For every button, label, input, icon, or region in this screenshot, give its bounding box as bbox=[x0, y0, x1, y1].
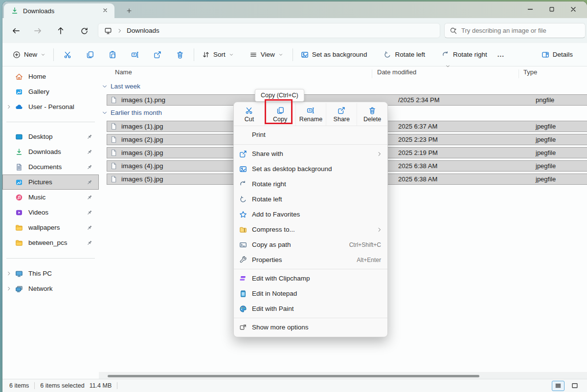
copy-button[interactable] bbox=[82, 47, 98, 63]
sidebar-label: This PC bbox=[28, 270, 52, 277]
context-cut-button[interactable]: Cut bbox=[234, 103, 265, 126]
tab-close-icon[interactable] bbox=[102, 7, 110, 15]
menu-item-properties[interactable]: Properties Alt+Enter bbox=[234, 252, 387, 267]
search-box[interactable] bbox=[444, 23, 586, 38]
sidebar-item-between-pcs[interactable]: between_pcs bbox=[2, 235, 99, 250]
delete-button[interactable] bbox=[172, 47, 188, 63]
group-header-earlier-this-month[interactable]: Earlier this month bbox=[102, 109, 162, 116]
view-button[interactable]: View bbox=[245, 48, 288, 62]
collapse-chevron-icon[interactable] bbox=[102, 84, 108, 89]
menu-item-edit-with-paint[interactable]: Edit with Paint bbox=[234, 301, 387, 316]
new-tab-button[interactable] bbox=[123, 5, 135, 17]
network-icon bbox=[15, 285, 23, 293]
share-button[interactable] bbox=[149, 47, 166, 63]
sort-icon bbox=[202, 51, 210, 59]
rename-button[interactable]: A bbox=[127, 47, 143, 63]
file-icon bbox=[110, 123, 117, 130]
expand-chevron-icon[interactable] bbox=[2, 286, 15, 291]
column-divider[interactable] bbox=[519, 69, 519, 78]
sidebar-item-gallery[interactable]: Gallery bbox=[2, 84, 99, 99]
pin-icon bbox=[86, 149, 93, 155]
paint-icon bbox=[239, 305, 247, 313]
pin-icon bbox=[86, 224, 93, 231]
context-share-button[interactable]: Share bbox=[326, 103, 357, 126]
sidebar-item-music[interactable]: Music bbox=[2, 190, 99, 205]
expand-chevron-icon[interactable] bbox=[2, 271, 15, 276]
menu-item-set-as-desktop-background[interactable]: Set as desktop background bbox=[234, 161, 387, 176]
set-background-icon bbox=[301, 51, 309, 59]
refresh-button[interactable] bbox=[79, 25, 90, 36]
clipchamp-icon bbox=[239, 275, 247, 283]
more-options-button[interactable]: ... bbox=[492, 48, 510, 61]
sidebar-label: Network bbox=[28, 285, 53, 292]
paste-button[interactable] bbox=[104, 47, 121, 63]
menu-item-share-with[interactable]: Share with bbox=[234, 146, 387, 161]
breadcrumb[interactable]: Downloads bbox=[98, 23, 440, 38]
menu-item-show-more-options[interactable]: Show more options bbox=[234, 320, 387, 335]
maximize-button[interactable] bbox=[541, 1, 563, 17]
breadcrumb-path[interactable]: Downloads bbox=[127, 27, 159, 34]
sidebar-item-documents[interactable]: Documents bbox=[2, 159, 99, 174]
tab-downloads[interactable]: Downloads bbox=[4, 3, 114, 18]
file-name: images (1).jpg bbox=[121, 123, 163, 130]
music-icon bbox=[15, 194, 23, 201]
up-button[interactable] bbox=[55, 25, 66, 36]
menu-divider bbox=[234, 144, 387, 145]
sidebar-item-network[interactable]: Network bbox=[2, 281, 99, 296]
menu-item-rotate-right[interactable]: Rotate right bbox=[234, 176, 387, 192]
sort-button[interactable]: Sort bbox=[198, 48, 238, 62]
sidebar-label: Home bbox=[28, 73, 46, 80]
sidebar-item-desktop[interactable]: Desktop bbox=[2, 129, 99, 144]
group-header-last-week[interactable]: Last week bbox=[102, 83, 140, 90]
column-header-date-modified[interactable]: Date modified bbox=[377, 68, 416, 76]
sidebar-item-videos[interactable]: Videos bbox=[2, 205, 99, 220]
minimize-button[interactable] bbox=[519, 1, 541, 17]
notepad-icon bbox=[239, 290, 247, 298]
column-divider[interactable] bbox=[372, 69, 372, 78]
close-button[interactable] bbox=[563, 1, 584, 17]
shortcut-label: Ctrl+Shift+C bbox=[349, 241, 381, 248]
expand-chevron-icon[interactable] bbox=[2, 104, 15, 109]
sidebar-item-pictures[interactable]: Pictures bbox=[2, 174, 99, 190]
search-input[interactable] bbox=[461, 27, 580, 34]
new-button[interactable]: New bbox=[8, 48, 50, 62]
sidebar-item-this-pc[interactable]: This PC bbox=[2, 266, 99, 281]
collapse-chevron-icon[interactable] bbox=[102, 110, 108, 116]
sidebar-item-wallpapers[interactable]: wallpapers bbox=[2, 220, 99, 235]
large-icons-view-toggle[interactable] bbox=[568, 381, 581, 391]
rename-icon: A bbox=[307, 107, 315, 114]
details-pane-button[interactable]: Details bbox=[537, 48, 577, 62]
chevron-down-icon bbox=[229, 52, 234, 57]
context-rename-button[interactable]: A Rename bbox=[295, 103, 326, 126]
sidebar-item-onedrive[interactable]: User - Personal bbox=[2, 99, 99, 114]
forward-button[interactable] bbox=[32, 25, 43, 36]
menu-item-edit-in-notepad[interactable]: Edit in Notepad bbox=[234, 286, 387, 301]
menu-item-add-to-favorites[interactable]: Add to Favorites bbox=[234, 207, 387, 222]
file-type: jpegfile bbox=[536, 149, 556, 156]
details-view-toggle[interactable] bbox=[552, 381, 564, 391]
copy-path-icon bbox=[239, 241, 247, 249]
context-delete-button[interactable]: Delete bbox=[357, 103, 387, 126]
navigation-pane: Home Gallery User - Personal Desktop Dow… bbox=[2, 66, 99, 379]
menu-item-rotate-left[interactable]: Rotate left bbox=[234, 192, 387, 207]
column-header-name[interactable]: Name bbox=[115, 68, 132, 76]
sidebar-item-home[interactable]: Home bbox=[2, 69, 99, 84]
menu-item-copy-as-path[interactable]: Copy as path Ctrl+Shift+C bbox=[234, 237, 387, 252]
file-name: images (4).jpg bbox=[121, 162, 163, 170]
column-header-type[interactable]: Type bbox=[523, 68, 537, 76]
onedrive-icon bbox=[15, 103, 23, 111]
rotate-left-button[interactable]: Rotate left bbox=[379, 48, 429, 62]
scrollbar-thumb[interactable] bbox=[108, 375, 479, 377]
menu-item-compress-to[interactable]: Compress to... bbox=[234, 222, 387, 237]
sidebar-label: Music bbox=[28, 194, 45, 201]
sidebar-label: Videos bbox=[28, 209, 48, 216]
rotate-right-button[interactable]: Rotate right bbox=[437, 48, 492, 62]
menu-item-edit-with-clipchamp[interactable]: Edit with Clipchamp bbox=[234, 271, 387, 286]
menu-item-print[interactable]: Print bbox=[234, 126, 387, 143]
sidebar-item-downloads[interactable]: Downloads bbox=[2, 144, 99, 159]
back-button[interactable] bbox=[11, 25, 22, 36]
cut-button[interactable] bbox=[59, 47, 76, 63]
file-type: jpegfile bbox=[536, 123, 556, 130]
set-as-background-button[interactable]: Set as background bbox=[296, 48, 372, 62]
sidebar-label: Downloads bbox=[28, 148, 61, 155]
